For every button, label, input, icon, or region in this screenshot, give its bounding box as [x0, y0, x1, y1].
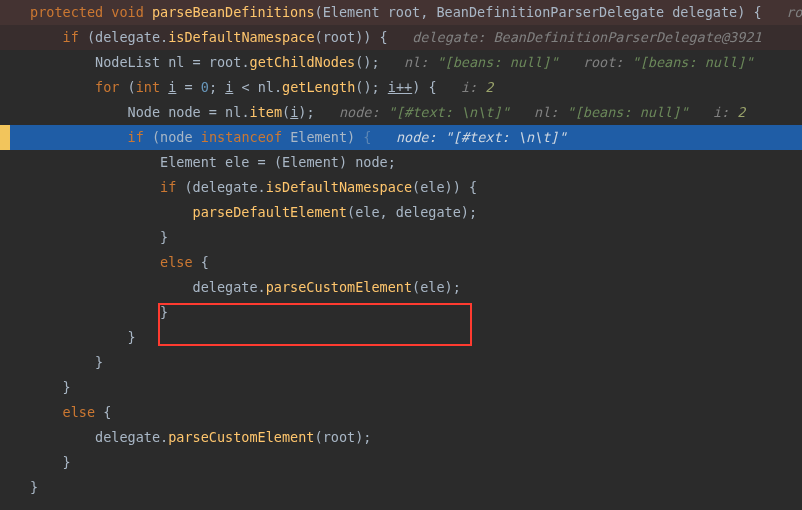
- keyword-instanceof: instanceof: [201, 129, 282, 145]
- code-line: }: [0, 475, 802, 500]
- inlay-hint: node: "[#text: \n\t]": [339, 104, 510, 120]
- keyword-else: else: [160, 254, 193, 270]
- code-line: }: [0, 375, 802, 400]
- method-call: parseCustomElement: [168, 429, 314, 445]
- code-line: }: [0, 325, 802, 350]
- code-line: delegate.parseCustomElement(root);: [0, 425, 802, 450]
- inlay-hint: node: "[#text: \n\t]": [396, 129, 567, 145]
- method-call: parseDefaultElement: [193, 204, 347, 220]
- keyword-for: for: [95, 79, 119, 95]
- code-line: Node node = nl.item(i); node: "[#text: \…: [0, 100, 802, 125]
- inlay-hint: root:: [786, 4, 802, 20]
- method-name: parseBeanDefinitions: [152, 4, 315, 20]
- inlay-hint: root: "[beans: null]": [583, 54, 754, 70]
- code-line: NodeList nl = root.getChildNodes(); nl: …: [0, 50, 802, 75]
- code-line: }: [0, 300, 802, 325]
- keyword-if: if: [160, 179, 176, 195]
- code-line: if (delegate.isDefaultNamespace(root)) {…: [0, 25, 802, 50]
- code-line: delegate.parseCustomElement(ele);: [0, 275, 802, 300]
- current-execution-line: if (node instanceof Element) { node: "[#…: [0, 125, 802, 150]
- param-type: BeanDefinitionParserDelegate: [436, 4, 664, 20]
- keyword-else: else: [63, 404, 96, 420]
- brace: {: [754, 4, 762, 20]
- inlay-hint: delegate: BeanDefinitionParserDelegate@3…: [412, 29, 762, 45]
- param-type: Element: [323, 4, 380, 20]
- method-call: parseCustomElement: [266, 279, 412, 295]
- keyword-if: if: [128, 129, 144, 145]
- param-name: root: [388, 4, 421, 20]
- method-call: isDefaultNamespace: [168, 29, 314, 45]
- code-line: else {: [0, 250, 802, 275]
- code-line: if (delegate.isDefaultNamespace(ele)) {: [0, 175, 802, 200]
- method-call: isDefaultNamespace: [266, 179, 412, 195]
- code-line: else {: [0, 400, 802, 425]
- method-call: getChildNodes: [250, 54, 356, 70]
- method-call: item: [250, 104, 283, 120]
- type: NodeList: [95, 54, 160, 70]
- keyword-void: void: [111, 4, 144, 20]
- identifier: delegate: [95, 29, 160, 45]
- keyword-if: if: [63, 29, 79, 45]
- param-name: delegate: [672, 4, 737, 20]
- code-line: }: [0, 350, 802, 375]
- code-line: Element ele = (Element) node;: [0, 150, 802, 175]
- code-line: protected void parseBeanDefinitions(Elem…: [0, 0, 802, 25]
- code-line: }: [0, 450, 802, 475]
- inlay-hint: i: 2: [713, 104, 746, 120]
- code-line: }: [0, 225, 802, 250]
- code-line: for (int i = 0; i < nl.getLength(); i++)…: [0, 75, 802, 100]
- inlay-hint: nl: "[beans: null]": [534, 104, 688, 120]
- keyword-protected: protected: [30, 4, 103, 20]
- code-editor[interactable]: protected void parseBeanDefinitions(Elem…: [0, 0, 802, 510]
- inlay-hint: nl: "[beans: null]": [404, 54, 558, 70]
- breakpoint-gutter[interactable]: [0, 125, 10, 150]
- method-call: getLength: [282, 79, 355, 95]
- code-line: parseDefaultElement(ele, delegate);: [0, 200, 802, 225]
- inlay-hint: i: 2: [461, 79, 494, 95]
